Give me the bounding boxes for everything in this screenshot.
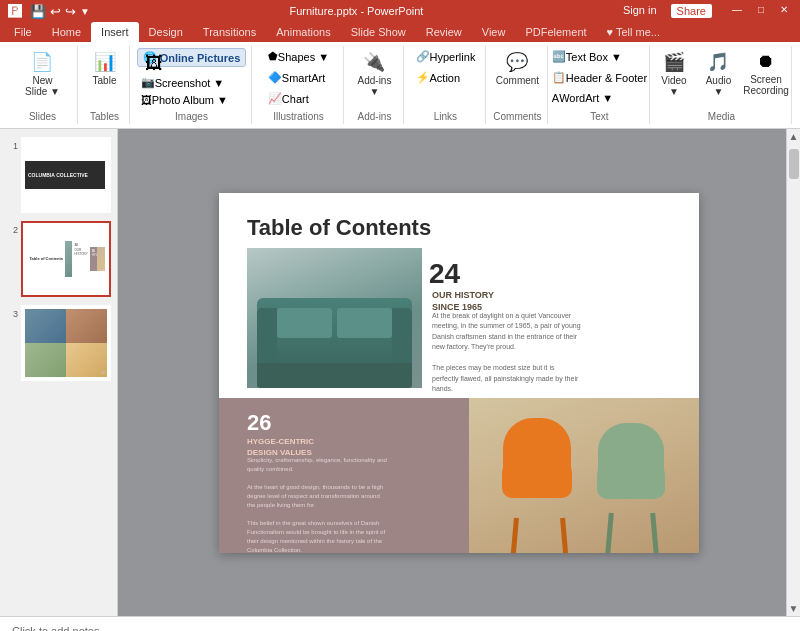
slide-thumb-1[interactable]: COLUMBIA COLLECTIVE [21,137,111,213]
tab-insert[interactable]: Insert [91,22,139,42]
slide-thumb-2-image: Table of Contents 24OUR HISTORY 26HYGGE [25,225,107,293]
slide-title: Table of Contents [247,215,431,241]
tab-tellme[interactable]: ♥ Tell me... [597,22,670,42]
new-slide-label: NewSlide ▼ [25,75,60,97]
shapes-label: Shapes ▼ [278,51,329,63]
photo-album-icon: 🖼 [141,94,152,106]
signin-link[interactable]: Sign in [623,4,657,18]
customize-btn[interactable]: ▼ [80,6,90,17]
screen-recording-button[interactable]: ⏺ ScreenRecording [743,48,789,99]
slide-num-3: 3 [6,309,18,319]
shapes-button[interactable]: ⬟ Shapes ▼ [264,48,333,65]
chart-button[interactable]: 📈 Chart [264,90,313,107]
group-text: 🔤 Text Box ▼ 📋 Header & Footer A WordArt… [550,46,650,124]
title-bar: 🅿 💾 ↩ ↪ ▼ Furniture.pptx - PowerPoint Si… [0,0,800,22]
tab-file[interactable]: File [4,22,42,42]
images-group-label: Images [132,111,251,122]
header-footer-icon: 📋 [552,71,566,84]
wordart-icon: A [552,92,559,104]
canvas-area: Table of Contents [118,129,800,616]
slide-thumb-container-3: 3 26 [6,305,111,381]
screenshot-icon: 📷 [141,76,155,89]
tab-review[interactable]: Review [416,22,472,42]
chart-label: Chart [282,93,309,105]
save-btn[interactable]: 💾 [30,4,46,19]
main-area: 1 COLUMBIA COLLECTIVE 2 Table of Conte [0,129,800,616]
slide-num-1: 1 [6,141,18,151]
photo-album-button[interactable]: 🖼 Photo Album ▼ [137,92,232,108]
slide-thumb-3-image: 26 [25,309,107,377]
slide-thumb-container-1: 1 COLUMBIA COLLECTIVE [6,137,111,213]
addins-button[interactable]: 🔌 Add-ins ▼ [352,48,397,100]
illustrations-group-label: Illustrations [254,111,343,122]
smartart-button[interactable]: 🔷 SmartArt [264,69,329,86]
header-footer-label: Header & Footer [566,72,647,84]
wordart-label: WordArt ▼ [559,92,613,104]
addins-label: Add-ins ▼ [357,75,392,97]
video-label: Video ▼ [659,75,689,97]
header-footer-button[interactable]: 📋 Header & Footer [548,69,651,86]
chart-icon: 📈 [268,92,282,105]
wordart-button[interactable]: A WordArt ▼ [548,90,617,106]
hyperlink-label: Hyperlink [430,51,476,63]
tab-animations[interactable]: Animations [266,22,340,42]
textbox-button[interactable]: 🔤 Text Box ▼ [548,48,626,65]
pictures-icon: 🖼 [145,53,163,74]
comment-label: Comment [496,75,539,86]
undo-btn[interactable]: ↩ [50,4,61,19]
vertical-scrollbar[interactable]: ▲ ▼ [786,129,800,616]
toc-number-2: 26 [247,410,271,436]
audio-label: Audio ▼ [703,75,734,97]
new-slide-button[interactable]: 📄 NewSlide ▼ [20,48,65,100]
slide-thumb-2[interactable]: Table of Contents 24OUR HISTORY 26HYGGE [21,221,111,297]
addins-icon: 🔌 [363,51,385,73]
notes-placeholder: Click to add notes [12,625,99,632]
group-addins: 🔌 Add-ins ▼ Add-ins [346,46,404,124]
slide-thumb-3[interactable]: 26 [21,305,111,381]
pictures-button[interactable]: 🖼 [136,50,172,77]
tab-view[interactable]: View [472,22,516,42]
action-label: Action [430,72,461,84]
notes-bar[interactable]: Click to add notes [0,616,800,631]
window-title: Furniture.pptx - PowerPoint [90,5,623,17]
tab-home[interactable]: Home [42,22,91,42]
slides-group-label: Slides [8,111,77,122]
hyperlink-button[interactable]: 🔗 Hyperlink [412,48,480,65]
ribbon-tabs: File Home Insert Design Transitions Anim… [0,22,800,42]
hyperlink-icon: 🔗 [416,50,430,63]
minimize-btn[interactable]: — [728,4,746,18]
smartart-icon: 🔷 [268,71,282,84]
video-icon: 🎬 [663,51,685,73]
maximize-btn[interactable]: □ [754,4,768,18]
links-group-label: Links [406,111,485,122]
group-slides: 📄 NewSlide ▼ Slides [8,46,78,124]
comment-button[interactable]: 💬 Comment [491,48,544,89]
audio-button[interactable]: 🎵 Audio ▼ [698,48,739,100]
toc-number-1: 24 [429,258,460,290]
tab-slideshow[interactable]: Slide Show [341,22,416,42]
tab-pdfelement[interactable]: PDFelement [515,22,596,42]
slide-canvas[interactable]: Table of Contents [219,193,699,553]
screenshot-label: Screenshot ▼ [155,77,225,89]
ribbon: File Home Insert Design Transitions Anim… [0,22,800,129]
share-btn[interactable]: Share [671,4,712,18]
action-button[interactable]: ⚡ Action [412,69,465,86]
addins-group-label: Add-ins [346,111,403,122]
toc-desc-2: Simplicity, craftsmanship, elegance, fun… [247,456,387,553]
scroll-thumb[interactable] [789,149,799,179]
tab-transitions[interactable]: Transitions [193,22,266,42]
scroll-down[interactable]: ▼ [787,601,800,616]
new-slide-icon: 📄 [31,51,53,73]
screen-recording-label: ScreenRecording [743,74,789,96]
table-button[interactable]: 📊 Table [87,48,123,89]
text-group-label: Text [550,111,649,122]
close-btn[interactable]: ✕ [776,4,792,18]
table-label: Table [93,75,117,86]
video-button[interactable]: 🎬 Video ▼ [654,48,694,100]
smartart-label: SmartArt [282,72,325,84]
toc-slide: Table of Contents [219,193,699,553]
group-comments: 💬 Comment Comments [488,46,548,124]
tab-design[interactable]: Design [139,22,193,42]
scroll-up[interactable]: ▲ [787,129,800,144]
redo-btn[interactable]: ↪ [65,4,76,19]
